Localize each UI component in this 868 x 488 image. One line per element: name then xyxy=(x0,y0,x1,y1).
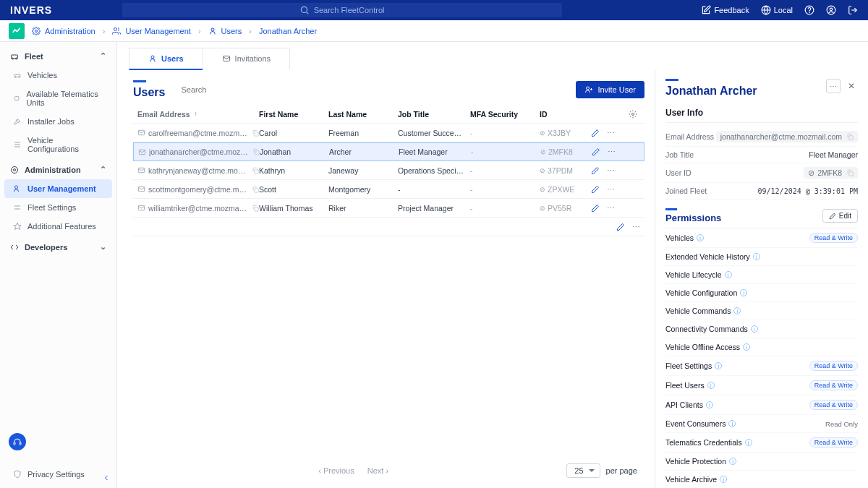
col-firstname[interactable]: First Name xyxy=(259,110,328,119)
table-row[interactable]: kathrynjaneway@ctme.mozma… Kathryn Janew… xyxy=(133,161,644,180)
col-id[interactable]: ID xyxy=(540,110,586,119)
table-row[interactable]: jonathanarcher@ctme.mozmail.… Jonathan A… xyxy=(133,142,644,161)
info-icon[interactable]: i xyxy=(720,476,727,483)
perm-pill[interactable]: Read & Write xyxy=(809,400,858,410)
copy-icon[interactable] xyxy=(252,148,260,155)
copy-icon[interactable] xyxy=(846,169,854,176)
table-row[interactable]: scottmontgomery@ctme.moz.… Scott Montgom… xyxy=(133,180,644,199)
perm-pill[interactable]: Read & Write xyxy=(809,437,858,448)
perm-pill[interactable]: Read & Write xyxy=(809,233,858,243)
edit-row-button[interactable] xyxy=(591,204,600,213)
copy-icon[interactable] xyxy=(846,133,854,140)
edit-row-button[interactable] xyxy=(591,166,600,175)
info-icon[interactable]: i xyxy=(728,420,736,427)
info-icon[interactable]: i xyxy=(729,458,736,465)
kv-email: Email Address jonathanarcher@ctme.mozmai… xyxy=(665,127,858,147)
sidebar-item-config[interactable]: Vehicle Configurations xyxy=(4,131,112,158)
info-icon[interactable]: i xyxy=(715,362,722,369)
sidebar-item-user-mgmt[interactable]: User Management xyxy=(4,179,112,198)
info-icon[interactable]: i xyxy=(751,325,758,333)
sidebar-item-privacy[interactable]: Privacy Settings xyxy=(4,465,112,484)
info-icon[interactable]: i xyxy=(697,234,704,241)
info-icon[interactable]: i xyxy=(706,401,713,408)
help-fab[interactable] xyxy=(9,433,26,450)
copy-icon[interactable] xyxy=(252,186,259,193)
perm-pill[interactable]: Read & Write xyxy=(809,380,858,390)
tab-invitations[interactable]: Invitations xyxy=(203,48,291,70)
search-input[interactable] xyxy=(175,82,305,98)
info-icon[interactable]: i xyxy=(740,289,747,296)
crumb-users[interactable]: Users xyxy=(208,27,242,35)
more-button[interactable]: ⋯ xyxy=(826,79,841,93)
sidebar-item-telematics[interactable]: Available Telematics Units xyxy=(4,85,112,112)
svg-point-24 xyxy=(15,186,18,189)
copy-icon[interactable] xyxy=(252,205,259,212)
crumb-label: Administration xyxy=(45,27,95,35)
sidebar-item-fleet-settings[interactable]: Fleet Settings xyxy=(4,198,112,217)
row-more-button[interactable]: ⋯ xyxy=(607,185,615,194)
perm-pill[interactable]: Read & Write xyxy=(809,361,858,371)
sidebar-group-dev[interactable]: Developers ⌄ xyxy=(4,237,112,257)
tab-users[interactable]: Users xyxy=(129,48,203,70)
svg-point-35 xyxy=(632,113,634,115)
row-more-button[interactable]: ⋯ xyxy=(607,204,615,213)
copy-icon[interactable] xyxy=(252,167,259,174)
sidebar-item-installer[interactable]: Installer Jobs xyxy=(4,112,112,131)
local-button[interactable]: Local xyxy=(761,5,793,15)
sidebar-item-vehicles[interactable]: Vehicles xyxy=(4,66,112,85)
table-row[interactable]: carolfreeman@ctme.mozmail.c… Carol Freem… xyxy=(133,124,644,142)
info-icon[interactable]: i xyxy=(733,307,741,314)
col-jobtitle[interactable]: Job Title xyxy=(398,110,470,119)
info-icon[interactable]: i xyxy=(745,439,752,446)
page-size-select[interactable]: 25 xyxy=(566,463,600,478)
user-plus-icon xyxy=(584,85,593,94)
perm-name: Event Consumers i xyxy=(665,419,736,428)
help-icon[interactable] xyxy=(804,5,814,15)
invite-user-button[interactable]: Invite User xyxy=(576,81,644,98)
info-icon[interactable]: i xyxy=(725,271,732,278)
label: Fleet Settings xyxy=(27,203,76,212)
edit-icon[interactable] xyxy=(616,223,625,231)
col-lastname[interactable]: Last Name xyxy=(328,110,398,119)
label: Available Telematics Units xyxy=(26,90,106,107)
table-row[interactable]: williamtriker@ctme.mozmail.com William T… xyxy=(133,199,644,218)
next-page[interactable]: Next › xyxy=(367,466,388,475)
col-mfa[interactable]: MFA Security xyxy=(470,110,540,119)
logo: INVERS xyxy=(10,4,52,16)
id-value: ⊘ X3JBY xyxy=(540,129,586,137)
label: Administration xyxy=(25,166,81,174)
sidebar-group-admin[interactable]: Administration ⌃ xyxy=(4,160,112,179)
close-button[interactable]: ✕ xyxy=(845,80,858,93)
global-search[interactable]: Search FleetControl xyxy=(122,3,562,17)
copy-icon[interactable] xyxy=(252,129,259,137)
table-row-empty: ⋯ xyxy=(133,218,644,236)
edit-row-button[interactable] xyxy=(591,185,600,194)
users-table: Email Address ↑ First Name Last Name Job… xyxy=(133,105,644,236)
info-icon[interactable]: i xyxy=(743,343,750,351)
prev-page[interactable]: ‹ Previous xyxy=(318,466,354,475)
edit-row-button[interactable] xyxy=(591,129,600,137)
globe-icon xyxy=(761,5,771,15)
info-icon[interactable]: i xyxy=(753,253,760,260)
logout-icon[interactable] xyxy=(848,5,858,15)
row-more-button[interactable]: ⋯ xyxy=(608,147,616,156)
collapse-sidebar[interactable] xyxy=(102,474,111,482)
col-email[interactable]: Email Address ↑ xyxy=(137,110,259,119)
more-icon[interactable]: ⋯ xyxy=(632,223,640,231)
car-icon xyxy=(13,71,22,80)
row-more-button[interactable]: ⋯ xyxy=(607,129,615,137)
table-settings[interactable] xyxy=(629,110,644,119)
row-more-button[interactable]: ⋯ xyxy=(607,166,615,175)
feedback-button[interactable]: Feedback xyxy=(701,5,749,15)
crumb-admin[interactable]: Administration xyxy=(32,27,95,35)
edit-permissions-button[interactable]: Edit xyxy=(822,209,858,223)
app-icon[interactable] xyxy=(9,23,25,39)
sidebar-item-additional[interactable]: Additional Features xyxy=(4,217,112,236)
mfa-value: - xyxy=(470,185,540,194)
label: Users xyxy=(161,54,184,63)
sidebar-group-fleet[interactable]: Fleet ⌃ xyxy=(4,46,112,66)
info-icon[interactable]: i xyxy=(707,382,715,389)
account-icon[interactable] xyxy=(826,5,836,15)
crumb-user-mgmt[interactable]: User Management xyxy=(112,27,191,35)
edit-row-button[interactable] xyxy=(592,147,600,156)
